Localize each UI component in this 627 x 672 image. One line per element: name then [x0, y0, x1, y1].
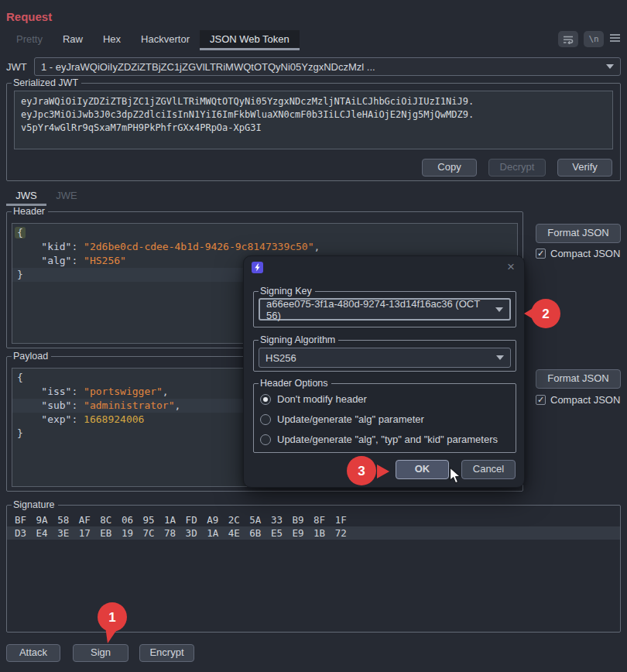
- chevron-down-icon: [606, 64, 614, 69]
- editor-menu-button[interactable]: [609, 33, 621, 45]
- signing-algorithm-group: Signing Algorithm HS256: [253, 334, 516, 372]
- signing-key-group: Signing Key a66ee075-3f1a-480d-9274-13d1…: [253, 286, 516, 327]
- signature-hex-editor[interactable]: BF 9A 58 AF 8C 06 95 1A FD A9 2C 5A 33 B…: [7, 510, 620, 540]
- show-newlines-button[interactable]: \n: [584, 31, 604, 47]
- close-icon[interactable]: ×: [507, 259, 515, 275]
- signing-algorithm-value: HS256: [266, 352, 296, 364]
- sign-dialog: × Signing Key a66ee075-3f1a-480d-9274-13…: [243, 255, 525, 488]
- radio-update-alg[interactable]: [260, 414, 271, 425]
- badge-3-number: 3: [358, 464, 365, 478]
- payload-format-json-button[interactable]: Format JSON: [536, 369, 621, 389]
- iss-value: "portswigger": [84, 386, 163, 397]
- close-brace: }: [17, 269, 23, 280]
- annotation-badge-3: 3: [346, 455, 391, 488]
- signature-hex-line: BF 9A 58 AF 8C 06 95 1A FD A9 2C 5A 33 B…: [7, 513, 620, 526]
- signing-key-dropdown[interactable]: a66ee075-3f1a-480d-9274-13d14f16ac36 (OC…: [259, 298, 511, 321]
- tab-jwe[interactable]: JWE: [46, 188, 87, 206]
- sub-value: "administrator": [84, 399, 174, 411]
- badge-2-number: 2: [542, 307, 549, 321]
- cancel-button[interactable]: Cancel: [461, 460, 516, 479]
- signing-key-group-label: Signing Key: [259, 286, 315, 297]
- tab-json-web-token[interactable]: JSON Web Token: [200, 30, 300, 50]
- tab-hex[interactable]: Hex: [93, 30, 131, 50]
- ok-button[interactable]: OK: [396, 460, 449, 479]
- radio-dont-modify-header[interactable]: [260, 394, 271, 405]
- kid-key: "kid": [41, 241, 71, 252]
- mouse-cursor: [449, 467, 462, 485]
- radio-row: Update/generate "alg" parameter: [254, 409, 516, 429]
- serialized-jwt-group-label: Serialized JWT: [12, 77, 81, 88]
- hamburger-menu-icon: [609, 33, 621, 45]
- payload-compact-json-row: ✓ Compact JSON: [536, 394, 620, 406]
- header-options-group: Header Options Don't modify header Updat…: [253, 378, 516, 453]
- page-title: Request: [6, 10, 52, 23]
- tab-jws[interactable]: JWS: [6, 188, 46, 206]
- serialized-jwt-group: Serialized JWT eyJraWQiOiIyZDZiZTBjZC1jZ…: [6, 77, 621, 181]
- header-compact-json-row: ✓ Compact JSON: [536, 248, 620, 259]
- annotation-badge-1: 1: [95, 602, 131, 646]
- signing-algorithm-dropdown[interactable]: HS256: [259, 348, 511, 368]
- radio-label: Update/generate "alg", "typ" and "kid" p…: [277, 434, 498, 445]
- iss-key: "iss": [41, 386, 71, 397]
- jwt-selector-label: JWT: [6, 61, 27, 73]
- header-options-group-label: Header Options: [259, 378, 331, 389]
- signature-hex-line: D3 E4 3E 17 EB 19 7C 78 3D 1A 4E 6B E5 E…: [7, 526, 620, 540]
- close-brace: }: [17, 427, 23, 439]
- serialized-jwt-line: v5pYr4wGlRr9qSxaM7mPH9PkPhfrGXx4PRpOa-Xp…: [21, 122, 606, 135]
- serialized-jwt-line: eyJraWQiOiIyZDZiZTBjZC1jZGVlLTRiMWQtOTQy…: [21, 95, 606, 108]
- jws-jwe-tab-bar: JWS JWE: [6, 188, 87, 206]
- payload-compact-json-label: Compact JSON: [550, 394, 620, 406]
- serialized-jwt-line: eyJpc3MiOiJwb3J0c3dpZ2dlciIsInN1YiI6ImFk…: [21, 108, 606, 122]
- signing-algorithm-group-label: Signing Algorithm: [259, 334, 338, 345]
- alg-key: "alg": [41, 255, 71, 266]
- lightning-bolt-icon: [252, 262, 263, 273]
- annotation-badge-2: 2: [523, 297, 562, 330]
- chevron-down-icon: [496, 355, 504, 360]
- signature-group-label: Signature: [12, 499, 58, 510]
- sign-button[interactable]: Sign: [73, 644, 128, 662]
- wrap-lines-icon: [563, 35, 574, 44]
- header-format-json-button[interactable]: Format JSON: [536, 224, 621, 243]
- exp-value: 1668924006: [84, 413, 144, 425]
- radio-row: Update/generate "alg", "typ" and "kid" p…: [254, 429, 516, 449]
- radio-update-alg-typ-kid[interactable]: [260, 434, 271, 445]
- badge-1-number: 1: [108, 610, 115, 625]
- chevron-down-icon: [495, 307, 503, 312]
- jwt-editor-panel: Request Pretty Raw Hex Hackvertor JSON W…: [0, 0, 627, 672]
- jwt-selector-dropdown[interactable]: 1 - eyJraWQiOiIyZDZiZTBjZC1jZGVlLTRiMWQt…: [34, 57, 621, 76]
- payload-group-label: Payload: [12, 351, 51, 362]
- tab-hackvertor[interactable]: Hackvertor: [131, 30, 200, 50]
- newline-icon: \n: [588, 34, 598, 44]
- copy-button[interactable]: Copy: [422, 159, 477, 177]
- verify-button[interactable]: Verify: [557, 159, 612, 177]
- encrypt-button[interactable]: Encrypt: [139, 644, 194, 662]
- serialized-jwt-editor[interactable]: eyJraWQiOiIyZDZiZTBjZC1jZGVlLTRiMWQtOTQy…: [14, 91, 613, 149]
- tab-pretty[interactable]: Pretty: [6, 30, 53, 50]
- open-brace: {: [15, 227, 26, 238]
- alg-value: "HS256": [84, 255, 126, 266]
- exp-key: "exp": [41, 413, 71, 425]
- payload-compact-json-checkbox[interactable]: ✓: [536, 395, 546, 405]
- editor-toolbar: \n: [558, 31, 621, 47]
- message-tab-bar: Pretty Raw Hex Hackvertor JSON Web Token: [6, 30, 300, 50]
- jwt-selector-value: 1 - eyJraWQiOiIyZDZiZTBjZC1jZGVlLTRiMWQt…: [41, 61, 375, 73]
- header-compact-json-label: Compact JSON: [550, 248, 620, 259]
- radio-label: Don't modify header: [277, 393, 367, 405]
- wrap-lines-button[interactable]: [558, 31, 578, 47]
- header-compact-json-checkbox[interactable]: ✓: [536, 249, 546, 259]
- open-brace: {: [17, 372, 23, 383]
- attack-button[interactable]: Attack: [6, 644, 60, 662]
- kid-value: "2d6be0cd-cdee-4b1d-9426-9c8147339c50": [84, 241, 314, 252]
- radio-label: Update/generate "alg" parameter: [277, 413, 424, 425]
- tab-raw[interactable]: Raw: [53, 30, 93, 50]
- radio-row: Don't modify header: [254, 389, 516, 409]
- decrypt-button[interactable]: Decrypt: [488, 159, 546, 177]
- signing-key-value: a66ee075-3f1a-480d-9274-13d14f16ac36 (OC…: [266, 298, 495, 321]
- sub-key: "sub": [41, 399, 71, 411]
- header-group-label: Header: [12, 206, 48, 217]
